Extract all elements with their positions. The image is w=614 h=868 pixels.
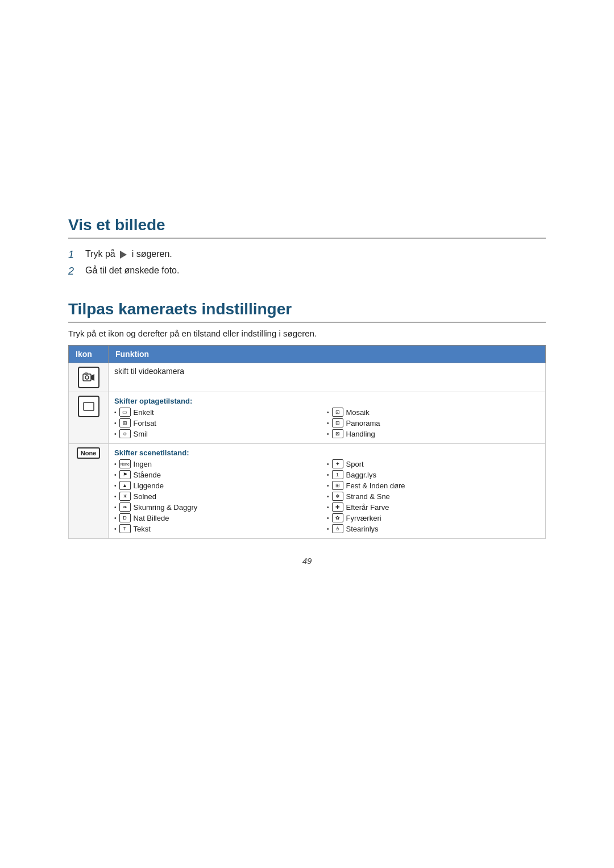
function-cell-mode: Skifter optagetilstand: • ▭ Enkelt • ⊞ bbox=[109, 392, 546, 444]
list-item: • ▭ Enkelt bbox=[114, 408, 327, 417]
scene-two-col: • None Ingen • ⚑ Stående • ▲ bbox=[114, 459, 540, 535]
mode-sublabel: Skifter optagetilstand: bbox=[114, 397, 540, 405]
ingen-label: Ingen bbox=[134, 460, 152, 468]
mode-col2: • ⊡ Mosaik • ⊟ Panorama • ⊠ bbox=[327, 408, 540, 440]
list-item: • ❧ Skumring & Daggry bbox=[114, 502, 327, 512]
sport-label: Sport bbox=[346, 460, 364, 468]
section2-intro: Tryk på et ikon og derefter på en tilsta… bbox=[68, 329, 546, 338]
solned-icon: ☀ bbox=[119, 492, 131, 501]
fest-label: Fest & Inden døre bbox=[346, 481, 405, 490]
stearinlys-label: Stearinlys bbox=[346, 525, 379, 533]
table-row: skift til videokamera bbox=[69, 363, 546, 392]
camera-icon bbox=[78, 367, 99, 388]
icon-cell-scene: None bbox=[69, 444, 109, 539]
panorama-label: Panorama bbox=[346, 419, 380, 427]
list-item: • ⊞ Fest & Inden døre bbox=[327, 481, 540, 490]
list-item: • T Tekst bbox=[114, 524, 327, 533]
list-item: • ⊠ Handling bbox=[327, 429, 540, 438]
col-header-icon: Ikon bbox=[69, 346, 109, 363]
fortsat-icon: ⊞ bbox=[119, 418, 131, 427]
play-icon bbox=[120, 251, 127, 259]
mode-col1: • ▭ Enkelt • ⊞ Fortsat • ☺ bbox=[114, 408, 327, 440]
list-item: • ❄ Strand & Sne bbox=[327, 492, 540, 501]
step-2-text: Gå til det ønskede foto. bbox=[85, 265, 179, 276]
page-number: 49 bbox=[68, 556, 546, 566]
list-item: • ☺ Smil bbox=[114, 429, 327, 438]
staaende-label: Stående bbox=[134, 471, 161, 479]
fest-icon: ⊞ bbox=[332, 481, 343, 490]
skumring-icon: ❧ bbox=[119, 502, 131, 512]
list-item: • ▲ Liggende bbox=[114, 481, 327, 490]
efteraar-label: Efterår Farve bbox=[346, 503, 389, 512]
strand-label: Strand & Sne bbox=[346, 492, 390, 501]
list-item: • 1 Baggr.lys bbox=[327, 470, 540, 479]
ingen-icon: None bbox=[119, 459, 131, 468]
list-item: • 🕯 Stearinlys bbox=[327, 524, 540, 533]
scene-col1: • None Ingen • ⚑ Stående • ▲ bbox=[114, 459, 327, 535]
list-item: • ✿ Fyrværkeri bbox=[327, 513, 540, 522]
icon-cell-camera bbox=[69, 363, 109, 392]
col-header-function: Funktion bbox=[109, 346, 546, 363]
list-item: • None Ingen bbox=[114, 459, 327, 468]
step-2-number: 2 bbox=[68, 265, 81, 277]
list-item: • D Nat Billede bbox=[114, 513, 327, 522]
enkelt-icon: ▭ bbox=[119, 408, 131, 417]
step-1: 1 Tryk på i søgeren. bbox=[68, 249, 546, 261]
section2-heading: Tilpas kameraets indstillinger bbox=[68, 300, 546, 323]
efteraar-icon: ✚ bbox=[332, 502, 343, 512]
fyrvaerkeri-icon: ✿ bbox=[332, 513, 343, 522]
mode-icon bbox=[78, 396, 99, 417]
strand-icon: ❄ bbox=[332, 492, 343, 501]
table-header-row: Ikon Funktion bbox=[69, 346, 546, 363]
function-cell-scene: Skifter scenetilstand: • None Ingen • ⚑ bbox=[109, 444, 546, 539]
scene-sublabel: Skifter scenetilstand: bbox=[114, 448, 540, 457]
baggrlys-label: Baggr.lys bbox=[346, 471, 376, 479]
mosaik-icon: ⊡ bbox=[332, 408, 343, 417]
none-icon: None bbox=[77, 447, 101, 459]
stearinlys-icon: 🕯 bbox=[332, 524, 343, 533]
skumring-label: Skumring & Daggry bbox=[134, 503, 198, 512]
svg-marker-3 bbox=[91, 374, 94, 381]
svg-rect-0 bbox=[83, 374, 91, 381]
handling-icon: ⊠ bbox=[332, 429, 343, 438]
list-item: • ✦ Sport bbox=[327, 459, 540, 468]
enkelt-label: Enkelt bbox=[134, 408, 154, 417]
baggrlys-icon: 1 bbox=[332, 470, 343, 479]
icon-cell-mode bbox=[69, 392, 109, 444]
settings-table: Ikon Funktion sk bbox=[68, 345, 546, 539]
liggende-label: Liggende bbox=[134, 481, 164, 490]
scene-col2: • ✦ Sport • 1 Baggr.lys • ⊞ bbox=[327, 459, 540, 535]
table-row: None Skifter scenetilstand: • None Ingen bbox=[69, 444, 546, 539]
step-1-number: 1 bbox=[68, 249, 81, 261]
list-item: • ⚑ Stående bbox=[114, 470, 327, 479]
step-1-text: Tryk på i søgeren. bbox=[85, 249, 172, 259]
smil-icon: ☺ bbox=[119, 429, 131, 438]
tekst-icon: T bbox=[119, 524, 131, 533]
list-item: • ☀ Solned bbox=[114, 492, 327, 501]
list-item: • ✚ Efterår Farve bbox=[327, 502, 540, 512]
table-row: Skifter optagetilstand: • ▭ Enkelt • ⊞ bbox=[69, 392, 546, 444]
handling-label: Handling bbox=[346, 430, 375, 438]
panorama-icon: ⊟ bbox=[332, 418, 343, 427]
section1-heading: Vis et billede bbox=[68, 216, 546, 239]
function-cell-camera: skift til videokamera bbox=[109, 363, 546, 392]
tekst-label: Tekst bbox=[134, 525, 151, 533]
step-list: 1 Tryk på i søgeren. 2 Gå til det ønsked… bbox=[68, 249, 546, 282]
function-text-camera: skift til videokamera bbox=[114, 364, 184, 378]
mosaik-label: Mosaik bbox=[346, 408, 370, 417]
solned-label: Solned bbox=[134, 492, 156, 501]
fortsat-label: Fortsat bbox=[134, 419, 156, 427]
list-item: • ⊡ Mosaik bbox=[327, 408, 540, 417]
svg-point-1 bbox=[85, 376, 89, 379]
step-2: 2 Gå til det ønskede foto. bbox=[68, 265, 546, 277]
sport-icon: ✦ bbox=[332, 459, 343, 468]
fyrvaerkeri-label: Fyrværkeri bbox=[346, 514, 381, 522]
staaende-icon: ⚑ bbox=[119, 470, 131, 479]
natbillede-icon: D bbox=[119, 513, 131, 522]
list-item: • ⊟ Panorama bbox=[327, 418, 540, 427]
svg-rect-4 bbox=[84, 402, 94, 410]
natbillede-label: Nat Billede bbox=[134, 514, 169, 522]
liggende-icon: ▲ bbox=[119, 481, 131, 490]
mode-two-col: • ▭ Enkelt • ⊞ Fortsat • ☺ bbox=[114, 408, 540, 440]
smil-label: Smil bbox=[134, 430, 148, 438]
